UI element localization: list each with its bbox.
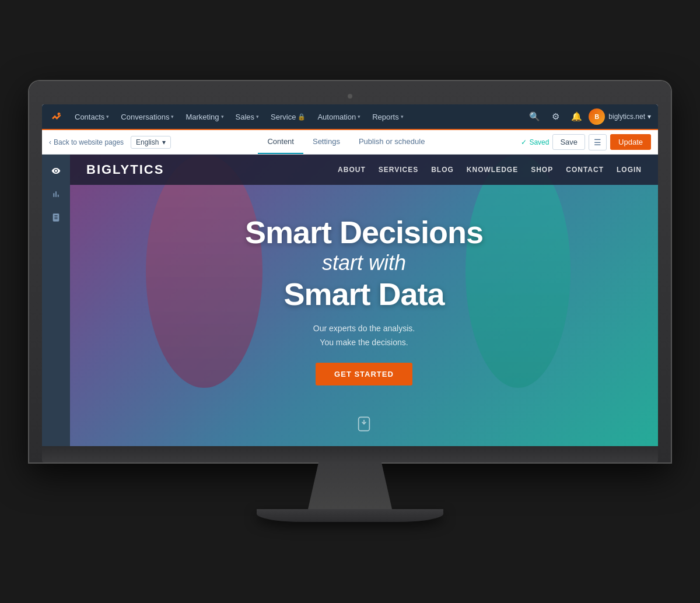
site-logo: BIGLYTICS bbox=[86, 162, 164, 177]
monitor-base bbox=[257, 509, 443, 522]
hero-section: BIGLYTICS ABOUT SERVICES BLOG KNOWLEDGE … bbox=[70, 155, 658, 446]
saved-indicator: ✓ Saved bbox=[521, 138, 549, 146]
update-button[interactable]: Update bbox=[610, 134, 651, 150]
back-to-website-pages-link[interactable]: ‹ Back to website pages bbox=[49, 138, 124, 146]
nav-service[interactable]: Service 🔒 bbox=[266, 110, 310, 124]
chevron-icon: ▾ bbox=[401, 114, 404, 120]
site-navigation: BIGLYTICS ABOUT SERVICES BLOG KNOWLEDGE … bbox=[70, 155, 658, 185]
hero-subtitle: Our experts do the analysis. You make th… bbox=[245, 322, 483, 350]
monitor-wrapper: Contacts ▾ Conversations ▾ Marketing ▾ S… bbox=[29, 81, 671, 522]
checkmark-icon: ✓ bbox=[521, 138, 527, 146]
monitor-bezel: Contacts ▾ Conversations ▾ Marketing ▾ S… bbox=[29, 81, 671, 462]
nav-conversations[interactable]: Conversations ▾ bbox=[116, 110, 178, 124]
monitor-stand bbox=[298, 462, 402, 509]
hero-title-line3: Smart Data bbox=[245, 277, 483, 311]
save-button[interactable]: Save bbox=[552, 134, 585, 150]
hubspot-nav: Contacts ▾ Conversations ▾ Marketing ▾ S… bbox=[42, 104, 658, 130]
account-menu[interactable]: biglytics.net ▾ bbox=[608, 113, 651, 121]
nav-icons: 🔍 ⚙ 🔔 B biglytics.net ▾ bbox=[526, 108, 651, 125]
chevron-icon: ▾ bbox=[106, 114, 109, 120]
sidebar-preview-icon[interactable] bbox=[47, 162, 65, 180]
sidebar-analytics-icon[interactable] bbox=[47, 185, 65, 204]
hero-title-line1: Smart Decisions bbox=[245, 215, 483, 250]
search-icon[interactable]: 🔍 bbox=[526, 108, 543, 125]
website-preview: BIGLYTICS ABOUT SERVICES BLOG KNOWLEDGE … bbox=[70, 155, 658, 446]
hubspot-logo[interactable] bbox=[49, 110, 63, 124]
notifications-icon[interactable]: 🔔 bbox=[568, 108, 585, 125]
language-selector[interactable]: English ▾ bbox=[131, 136, 171, 149]
back-arrow-icon: ‹ bbox=[49, 138, 51, 146]
monitor-chin bbox=[42, 446, 658, 462]
grid-view-button[interactable]: ☰ bbox=[589, 134, 607, 150]
toolbar-tabs: Content Settings Publish or schedule bbox=[176, 130, 516, 154]
toolbar-right: ✓ Saved Save ☰ Update bbox=[521, 134, 651, 150]
hero-content: Smart Decisions start with Smart Data Ou… bbox=[245, 215, 483, 385]
hero-cta-button[interactable]: GET STARTED bbox=[316, 363, 412, 385]
sidebar-content-icon[interactable] bbox=[47, 208, 65, 227]
nav-marketing[interactable]: Marketing ▾ bbox=[181, 110, 228, 124]
hero-title-line2: start with bbox=[245, 250, 483, 277]
site-nav-about[interactable]: ABOUT bbox=[338, 166, 366, 174]
avatar[interactable]: B bbox=[589, 108, 605, 125]
site-nav-contact[interactable]: CONTACT bbox=[566, 166, 604, 174]
chevron-down-icon: ▾ bbox=[162, 138, 166, 146]
settings-icon[interactable]: ⚙ bbox=[547, 108, 564, 125]
site-nav-services[interactable]: SERVICES bbox=[379, 166, 418, 174]
screen: Contacts ▾ Conversations ▾ Marketing ▾ S… bbox=[42, 104, 658, 446]
chevron-down-icon: ▾ bbox=[648, 113, 651, 121]
toolbar: ‹ Back to website pages English ▾ Conten… bbox=[42, 130, 658, 155]
cms-body: BIGLYTICS ABOUT SERVICES BLOG KNOWLEDGE … bbox=[42, 155, 658, 446]
left-sidebar bbox=[42, 155, 70, 446]
chevron-icon: ▾ bbox=[358, 114, 360, 120]
site-nav-login[interactable]: LOGIN bbox=[617, 166, 642, 174]
chevron-icon: ▾ bbox=[171, 114, 174, 120]
chevron-icon: ▾ bbox=[256, 114, 259, 120]
site-nav-blog[interactable]: BLOG bbox=[431, 166, 454, 174]
scroll-down-icon[interactable] bbox=[356, 416, 372, 436]
tab-content[interactable]: Content bbox=[258, 130, 303, 154]
nav-sales[interactable]: Sales ▾ bbox=[231, 110, 264, 124]
lock-icon: 🔒 bbox=[298, 113, 306, 121]
nav-reports[interactable]: Reports ▾ bbox=[368, 110, 408, 124]
chevron-icon: ▾ bbox=[221, 114, 224, 120]
tab-publish[interactable]: Publish or schedule bbox=[349, 130, 434, 154]
nav-automation[interactable]: Automation ▾ bbox=[313, 110, 365, 124]
site-nav-links: ABOUT SERVICES BLOG KNOWLEDGE SHOP CONTA… bbox=[338, 166, 642, 174]
nav-contacts[interactable]: Contacts ▾ bbox=[70, 110, 114, 124]
site-nav-knowledge[interactable]: KNOWLEDGE bbox=[467, 166, 518, 174]
site-nav-shop[interactable]: SHOP bbox=[531, 166, 553, 174]
tab-settings[interactable]: Settings bbox=[303, 130, 349, 154]
